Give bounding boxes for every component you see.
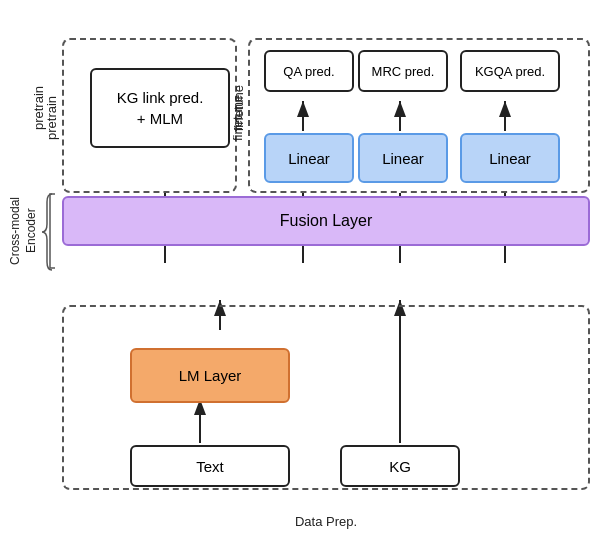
linear3-box: Linear [460, 133, 560, 183]
lm-layer-box: LM Layer [130, 348, 290, 403]
qa-pred-box: QA pred. [264, 50, 354, 92]
kg-box: KG [340, 445, 460, 487]
cross-modal-encoder-label: Cross-modal Encoder [2, 194, 46, 268]
architecture-diagram: Cross-modal Encoder pretrain KG link pre… [0, 0, 611, 537]
pretrain-side-label: pretrain [18, 68, 58, 148]
pretrain-label-container: pretrain [62, 38, 76, 193]
linear2-box: Linear [358, 133, 448, 183]
fusion-layer-box: Fusion Layer [62, 196, 590, 246]
finetune-side-label: finetune [218, 68, 258, 148]
data-prep-label: Data Prep. [62, 514, 590, 529]
linear1-box: Linear [264, 133, 354, 183]
text-box: Text [130, 445, 290, 487]
mrc-pred-box: MRC pred. [358, 50, 448, 92]
kgqa-pred-box: KGQA pred. [460, 50, 560, 92]
kg-link-pred-box: KG link pred. + MLM [90, 68, 230, 148]
